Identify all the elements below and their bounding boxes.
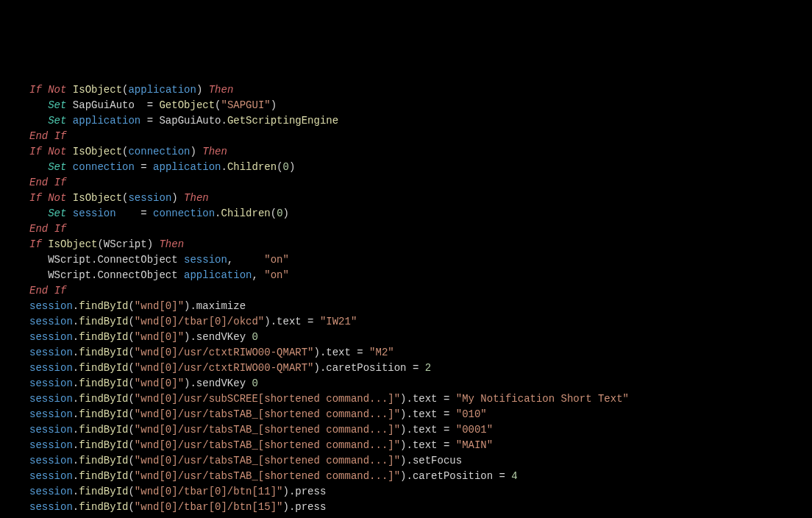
code-line: If Not IsObject(session) Then	[29, 191, 783, 206]
code-line: End If	[29, 221, 783, 237]
code-block: If Not IsObject(application) Then Set Sa…	[29, 82, 783, 515]
code-line: session.findById("wnd[0]/tbar[0]/btn[15]…	[29, 500, 783, 515]
code-line: If Not IsObject(connection) Then	[29, 144, 783, 160]
code-line: End If	[29, 283, 783, 299]
code-line: Set application = SapGuiAuto.GetScriptin…	[29, 113, 783, 129]
code-line: WScript.ConnectObject session, "on"	[29, 252, 783, 268]
code-line: session.findById("wnd[0]").sendVKey 0	[29, 376, 783, 391]
code-line: session.findById("wnd[0]/usr/tabsTAB_[sh…	[29, 438, 783, 453]
code-line: Set connection = application.Children(0)	[29, 160, 783, 175]
code-line: WScript.ConnectObject application, "on"	[29, 268, 783, 283]
code-line: If Not IsObject(application) Then	[29, 82, 783, 98]
code-line: session.findById("wnd[0]/tbar[0]/btn[11]…	[29, 484, 783, 500]
code-line: session.findById("wnd[0]/usr/tabsTAB_[sh…	[29, 453, 783, 469]
code-line: session.findById("wnd[0]/tbar[0]/okcd").…	[29, 314, 783, 330]
code-line: session.findById("wnd[0]").maximize	[29, 299, 783, 314]
code-line: session.findById("wnd[0]/usr/tabsTAB_[sh…	[29, 469, 783, 484]
code-line: If IsObject(WScript) Then	[29, 237, 783, 252]
code-line: Set SapGuiAuto = GetObject("SAPGUI")	[29, 98, 783, 113]
code-line: End If	[29, 129, 783, 144]
code-line: Set session = connection.Children(0)	[29, 206, 783, 221]
code-line: session.findById("wnd[0]").sendVKey 0	[29, 330, 783, 345]
code-line: session.findById("wnd[0]/usr/ctxtRIWO00-…	[29, 345, 783, 361]
code-line: session.findById("wnd[0]/usr/subSCREE[sh…	[29, 391, 783, 407]
code-line: End If	[29, 175, 783, 191]
code-line: session.findById("wnd[0]/usr/tabsTAB_[sh…	[29, 407, 783, 422]
code-line: session.findById("wnd[0]/usr/ctxtRIWO00-…	[29, 361, 783, 376]
code-line: session.findById("wnd[0]/usr/tabsTAB_[sh…	[29, 422, 783, 438]
